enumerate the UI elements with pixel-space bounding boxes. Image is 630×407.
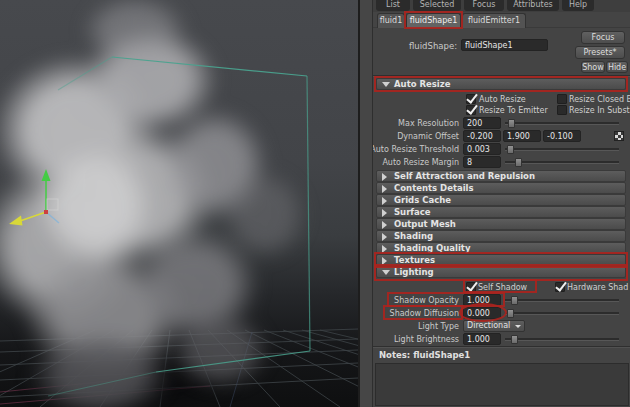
- ae-tab-bar: fluid1 fluidShape1 fluidEmitter1: [373, 12, 630, 28]
- section-title: Grids Cache: [394, 195, 451, 205]
- max-resolution-field[interactable]: [463, 117, 501, 129]
- section-title: Surface: [394, 207, 431, 217]
- resize-closed-boundaries-checkbox[interactable]: [557, 94, 567, 104]
- container-edge-top-left: [58, 57, 112, 90]
- menu-help[interactable]: Help: [562, 0, 594, 11]
- section-auto-resize[interactable]: Auto Resize: [376, 78, 626, 90]
- light-brightness-row: Light Brightness: [373, 333, 630, 346]
- section-title: Self Attraction and Repulsion: [394, 171, 535, 181]
- notes-node-name: fluidShape1: [413, 350, 470, 360]
- viewport-3d[interactable]: [0, 0, 358, 407]
- max-resolution-slider[interactable]: [505, 119, 619, 128]
- ae-menubar: List Selected Focus Attributes Help: [373, 0, 630, 12]
- light-brightness-field[interactable]: [463, 333, 501, 345]
- manipulator-plane-handle[interactable]: [47, 199, 58, 210]
- focus-button[interactable]: Focus: [581, 31, 625, 44]
- texture-map-button[interactable]: [614, 131, 624, 141]
- manipulator-y-arrowhead-icon: [42, 169, 51, 181]
- row-label: Max Resolution: [398, 119, 459, 128]
- shadow-opacity-row: Shadow Opacity: [373, 294, 630, 307]
- manipulator-center-handle[interactable]: [44, 210, 48, 214]
- container-edge-right: [307, 76, 310, 351]
- manipulator-x-axis[interactable]: [20, 212, 46, 221]
- collapse-arrow-icon: [382, 209, 387, 217]
- auto-resize-threshold-field[interactable]: [463, 143, 501, 155]
- collapse-arrow-icon: [382, 173, 387, 181]
- collapse-arrow-icon: [382, 257, 387, 265]
- panel-splitter[interactable]: [358, 0, 373, 407]
- fluidshape-name-input[interactable]: [461, 39, 548, 51]
- tab-fluidshape1[interactable]: fluidShape1: [406, 13, 461, 28]
- divider: [373, 75, 630, 77]
- light-type-row: Light Type Directional: [373, 320, 630, 333]
- menu-attributes[interactable]: Attributes: [507, 0, 559, 11]
- menu-focus[interactable]: Focus: [464, 0, 504, 11]
- checkbox-label: Resize In Substa: [569, 106, 630, 115]
- notes-header: Notes:fluidShape1: [379, 350, 473, 360]
- resize-emitter-checkbox-row: Resize To Emitter Resize In Substa: [373, 104, 630, 117]
- lighting-checkbox-row: Self Shadow Hardware Shad: [373, 281, 630, 294]
- section-grids-cache[interactable]: Grids Cache: [376, 194, 626, 206]
- resize-to-emitter-checkbox[interactable]: [466, 105, 476, 115]
- checkbox-label: Hardware Shad: [567, 283, 628, 292]
- self-shadow-checkbox[interactable]: [466, 282, 476, 292]
- auto-resize-margin-slider[interactable]: [505, 158, 619, 167]
- menu-list[interactable]: List: [376, 0, 410, 11]
- container-edge-top: [112, 57, 307, 76]
- dynamic-offset-z-field[interactable]: [543, 130, 581, 142]
- chevron-down-icon: [515, 325, 521, 331]
- notes-field[interactable]: [375, 363, 629, 406]
- divider: [373, 346, 630, 348]
- section-shading-quality[interactable]: Shading Quality: [376, 242, 626, 254]
- section-textures[interactable]: Textures: [376, 254, 626, 266]
- section-title: Auto Resize: [394, 79, 451, 89]
- light-brightness-slider[interactable]: [505, 335, 619, 344]
- collapse-arrow-icon: [382, 221, 387, 229]
- shadow-diffusion-field[interactable]: [463, 307, 501, 319]
- collapse-arrow-icon: [382, 245, 387, 253]
- section-title: Lighting: [394, 267, 434, 277]
- shadow-opacity-slider[interactable]: [505, 296, 619, 305]
- resize-in-substeps-checkbox[interactable]: [557, 105, 567, 115]
- presets-button[interactable]: Presets*: [575, 46, 625, 59]
- attribute-editor-panel: List Selected Focus Attributes Help flui…: [373, 0, 630, 407]
- auto-resize-threshold-row: Auto Resize Threshold: [373, 143, 630, 156]
- shadow-diffusion-slider[interactable]: [505, 309, 619, 318]
- hide-button[interactable]: Hide: [606, 61, 628, 73]
- menu-selected[interactable]: Selected: [413, 0, 461, 11]
- hardware-shadow-checkbox[interactable]: [555, 282, 565, 292]
- dynamic-offset-row: Dynamic Offset: [373, 130, 630, 143]
- dynamic-offset-x-field[interactable]: [463, 130, 501, 142]
- section-title: Contents Details: [394, 183, 474, 193]
- light-type-dropdown[interactable]: Directional: [463, 320, 525, 332]
- row-label: Dynamic Offset: [397, 132, 459, 141]
- section-lighting[interactable]: Lighting: [376, 266, 626, 278]
- show-button[interactable]: Show: [581, 61, 605, 73]
- row-label: Shadow Diffusion: [390, 309, 459, 318]
- section-contents-details[interactable]: Contents Details: [376, 182, 626, 194]
- fluid-container-wireframe: [48, 57, 310, 396]
- expand-arrow-icon: [382, 82, 390, 87]
- section-output-mesh[interactable]: Output Mesh: [376, 218, 626, 230]
- manipulator-x-arrowhead-icon: [9, 216, 23, 226]
- expand-arrow-icon: [382, 270, 390, 275]
- auto-resize-threshold-slider[interactable]: [505, 145, 619, 154]
- tab-fluid1[interactable]: fluid1: [377, 13, 405, 28]
- collapse-arrow-icon: [382, 233, 387, 241]
- shadow-opacity-field[interactable]: [463, 294, 501, 306]
- row-label: Light Brightness: [394, 335, 459, 344]
- move-manipulator[interactable]: [9, 169, 59, 226]
- container-edge-bottom: [156, 351, 310, 372]
- section-surface[interactable]: Surface: [376, 206, 626, 218]
- row-label: Light Type: [418, 322, 459, 331]
- tab-fluidemitter1[interactable]: fluidEmitter1: [462, 13, 526, 28]
- auto-resize-margin-field[interactable]: [463, 156, 501, 168]
- section-self-attraction[interactable]: Self Attraction and Repulsion: [376, 170, 626, 182]
- auto-resize-margin-row: Auto Resize Margin: [373, 156, 630, 169]
- section-title: Shading: [394, 231, 433, 241]
- row-label: Shadow Opacity: [394, 296, 459, 305]
- section-title: Textures: [394, 255, 435, 265]
- section-shading[interactable]: Shading: [376, 230, 626, 242]
- checkbox-label: Auto Resize: [479, 95, 526, 104]
- dynamic-offset-y-field[interactable]: [503, 130, 541, 142]
